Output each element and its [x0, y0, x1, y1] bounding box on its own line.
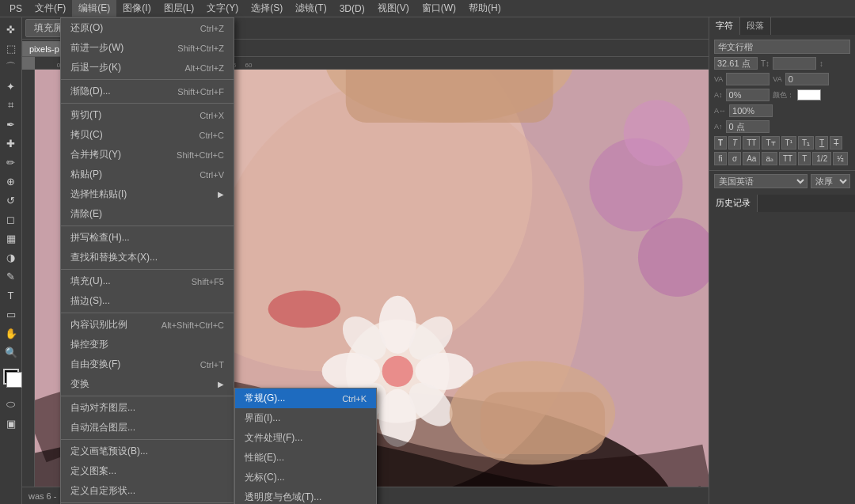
shape-tool[interactable]: ▭ [2, 305, 20, 323]
menu-define-shape[interactable]: 定义自定形状... [61, 481, 234, 501]
menu-paste-special[interactable]: 选择性粘贴(I)▶ [61, 184, 234, 204]
brush-tool[interactable]: ✏ [2, 153, 20, 171]
pref-transparency[interactable]: 透明度与色域(T)... [235, 487, 376, 504]
eyedropper-tool[interactable]: ✒ [2, 116, 20, 133]
menu-copy[interactable]: 拷贝(C)Ctrl+C [61, 125, 234, 145]
frac1-btn[interactable]: 1/2 [812, 152, 831, 165]
menu-help[interactable]: 帮助(H) [462, 0, 507, 17]
menu-spellcheck[interactable]: 拼写检查(H)... [61, 228, 234, 248]
menu-file[interactable]: 文件(F) [28, 0, 72, 17]
scale-h-input[interactable] [729, 104, 773, 117]
baseline-input[interactable] [726, 120, 770, 133]
menu-fill[interactable]: 填充(U)...Shift+F5 [61, 271, 234, 291]
language-row: 美国英语 浓厚 [709, 171, 855, 191]
strikethrough-btn[interactable]: T [830, 136, 842, 150]
small-caps-btn[interactable]: Tᴛ [762, 136, 779, 150]
titling-btn[interactable]: TT [779, 152, 796, 165]
superscript-btn[interactable]: T¹ [781, 136, 796, 150]
text-tool[interactable]: T [2, 286, 20, 304]
color-swatch[interactable] [797, 89, 821, 100]
tab-character[interactable]: 字符 [709, 17, 740, 35]
menu-step-forward[interactable]: 前进一步(W)Shift+Ctrl+Z [61, 38, 234, 58]
dodge-tool[interactable]: ◑ [2, 248, 20, 266]
ligature-btn[interactable]: fi [714, 152, 727, 165]
menu-puppet-warp[interactable]: 操控变形 [61, 335, 234, 354]
menu-transform[interactable]: 变换▶ [61, 374, 234, 394]
divider-5 [61, 313, 234, 313]
zoom-tool[interactable]: 🔍 [2, 343, 20, 361]
aa-method-select[interactable]: 浓厚 [811, 174, 850, 188]
tab-paragraph[interactable]: 段落 [740, 17, 771, 35]
menu-layer[interactable]: 图层(L) [158, 0, 201, 17]
italic-btn[interactable]: T [728, 136, 741, 150]
menu-define-pattern[interactable]: 定义图案... [61, 461, 234, 481]
menu-merge-copy[interactable]: 合并拷贝(Y)Shift+Ctrl+C [61, 145, 234, 165]
pref-cursors[interactable]: 光标(C)... [235, 468, 376, 487]
ruler-vertical [22, 70, 35, 487]
tracking-input[interactable] [785, 73, 829, 85]
lasso-tool[interactable]: ⌒ [2, 59, 20, 76]
menu-paste[interactable]: 粘贴(P)Ctrl+V [61, 165, 234, 184]
foreground-color[interactable] [3, 369, 19, 385]
font-style-input[interactable] [773, 57, 816, 70]
move-tool[interactable]: ✜ [2, 21, 20, 38]
menu-window[interactable]: 窗口(W) [416, 0, 462, 17]
pref-general[interactable]: 常规(G)...Ctrl+K [235, 388, 376, 408]
tab-history[interactable]: 历史记录 [709, 195, 758, 212]
language-select[interactable]: 美国英语 [714, 174, 808, 188]
all-caps-btn[interactable]: TT [743, 136, 760, 150]
underline-btn[interactable]: T [815, 136, 828, 150]
scale-v-input[interactable] [726, 89, 770, 101]
menu-stroke[interactable]: 描边(S)... [61, 291, 234, 311]
contextual-btn[interactable]: T [798, 152, 811, 165]
menu-filter[interactable]: 滤镜(T) [289, 0, 332, 17]
font-size-input[interactable] [714, 57, 758, 70]
font-name-input[interactable] [714, 40, 850, 54]
history-brush-tool[interactable]: ↺ [2, 191, 20, 209]
menu-auto-blend[interactable]: 自动混合图层... [61, 418, 234, 438]
menu-step-backward[interactable]: 后退一步(K)Alt+Ctrl+Z [61, 58, 234, 78]
menu-3d[interactable]: 3D(D) [333, 2, 371, 16]
gradient-tool[interactable]: ▦ [2, 229, 20, 247]
clone-tool[interactable]: ⊕ [2, 172, 20, 190]
hand-tool[interactable]: ✋ [2, 324, 20, 342]
marquee-tool[interactable]: ⬚ [2, 40, 20, 57]
menu-find-replace[interactable]: 查找和替换文本(X)... [61, 248, 234, 267]
pref-performance[interactable]: 性能(E)... [235, 448, 376, 468]
bold-btn[interactable]: T [714, 136, 727, 150]
menu-content-scale[interactable]: 内容识别比例Alt+Shift+Ctrl+C [61, 315, 234, 335]
frac2-btn[interactable]: ¹⁄₂ [833, 152, 848, 165]
subscript-btn[interactable]: T₁ [798, 136, 814, 150]
menu-bar: PS 文件(F) 编辑(E) 图像(I) 图层(L) 文字(Y) 选择(S) 滤… [0, 0, 855, 17]
menu-select[interactable]: 选择(S) [245, 0, 289, 17]
pref-interface[interactable]: 界面(I)... [235, 408, 376, 428]
menu-ps[interactable]: PS [3, 2, 28, 16]
menu-undo[interactable]: 还原(O)Ctrl+Z [61, 18, 234, 38]
menu-view[interactable]: 视图(V) [371, 0, 416, 17]
pen-tool[interactable]: ✎ [2, 267, 20, 285]
menu-define-brush[interactable]: 定义画笔预设(B)... [61, 441, 234, 461]
font-section: T↕ ↕ VA VA A↕ 颜色： A↔ A↑ [709, 35, 855, 171]
oldstyle-btn[interactable]: σ [728, 152, 741, 165]
crop-tool[interactable]: ⌗ [2, 97, 20, 114]
menu-fade[interactable]: 渐隐(D)...Shift+Ctrl+F [61, 81, 234, 101]
menu-auto-align[interactable]: 自动对齐图层... [61, 398, 234, 418]
menu-image[interactable]: 图像(I) [116, 0, 157, 17]
divider-1 [61, 79, 234, 80]
menu-clear[interactable]: 清除(E) [61, 204, 234, 224]
discretionary-btn[interactable]: Aa [743, 152, 760, 165]
menu-free-transform[interactable]: 自由变换(F)Ctrl+T [61, 354, 234, 374]
swash-btn[interactable]: aₐ [762, 152, 777, 165]
quick-mask-tool[interactable]: ⬭ [2, 396, 20, 413]
menu-edit[interactable]: 编辑(E) [72, 0, 116, 17]
pref-file-handling[interactable]: 文件处理(F)... [235, 428, 376, 448]
screen-mode-tool[interactable]: ▣ [2, 415, 20, 432]
tools-panel: ✜ ⬚ ⌒ ✦ ⌗ ✒ ✚ ✏ ⊕ ↺ ◻ ▦ ◑ ✎ T ▭ ✋ 🔍 ⬭ ▣ [0, 17, 22, 504]
menu-cut[interactable]: 剪切(T)Ctrl+X [61, 105, 234, 125]
menu-type[interactable]: 文字(Y) [200, 0, 245, 17]
right-panel: 字符 段落 T↕ ↕ VA VA A↕ 颜色： [709, 17, 855, 504]
magic-wand-tool[interactable]: ✦ [2, 78, 20, 95]
kerning-input[interactable] [726, 73, 770, 85]
eraser-tool[interactable]: ◻ [2, 210, 20, 228]
healing-tool[interactable]: ✚ [2, 135, 20, 152]
